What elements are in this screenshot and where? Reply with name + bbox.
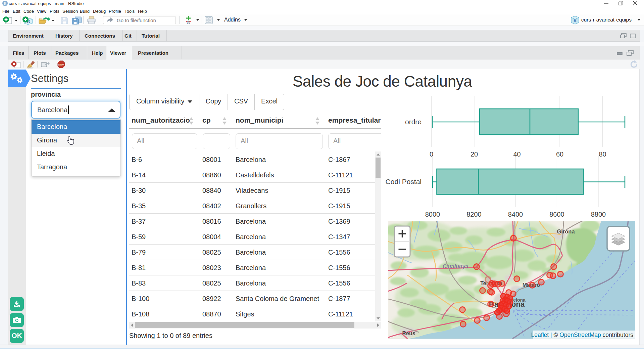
svg-text:ordre: ordre: [405, 118, 422, 126]
svg-text:60: 60: [556, 150, 563, 158]
svg-text:20: 20: [470, 150, 478, 158]
svg-text:0: 0: [430, 150, 433, 158]
svg-text:Girona: Girona: [557, 228, 575, 234]
svg-text:40: 40: [513, 150, 521, 158]
svg-text:8000: 8000: [425, 211, 440, 218]
svg-text:STOP: STOP: [58, 63, 64, 66]
svg-text:R: R: [4, 2, 6, 5]
svg-text:8400: 8400: [508, 211, 523, 218]
svg-text:8200: 8200: [466, 211, 482, 218]
svg-text:Catalunya: Catalunya: [443, 264, 468, 269]
svg-text:Codi Postal: Codi Postal: [386, 178, 422, 185]
svg-text:80: 80: [599, 150, 606, 158]
svg-text:R: R: [573, 18, 577, 23]
svg-text:G: G: [187, 20, 190, 25]
svg-text:8800: 8800: [591, 211, 606, 218]
svg-text:Reus: Reus: [402, 331, 415, 336]
svg-text:8600: 8600: [549, 211, 564, 218]
svg-text:Leaflet | © OpenStreetMap cont: Leaflet | © OpenStreetMap contributors: [531, 332, 634, 338]
